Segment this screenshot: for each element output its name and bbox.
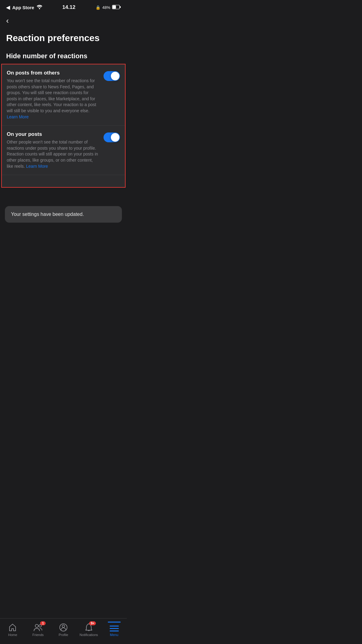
battery-icon	[112, 5, 121, 10]
setting-title-your-posts: On your posts	[7, 131, 99, 137]
setting-text-your-posts: On your posts Other people won't see the…	[7, 131, 99, 169]
status-right: 🔒 48%	[96, 5, 121, 10]
setting-row-posts-from-others: On posts from others You won't see the t…	[2, 64, 125, 125]
toggle-posts-from-others[interactable]	[104, 71, 120, 81]
carrier-label: App Store	[12, 5, 34, 10]
toast-notification: Your settings have been updated.	[5, 206, 122, 223]
lock-icon: 🔒	[96, 5, 100, 10]
svg-rect-3	[113, 5, 116, 9]
section-header: Hide number of reactions	[0, 46, 127, 64]
setting-text-posts-from-others: On posts from others You won't see the t…	[7, 70, 99, 120]
svg-rect-2	[120, 6, 121, 8]
battery-percentage: 48%	[102, 5, 110, 10]
back-chevron-icon: ‹	[6, 16, 9, 25]
setting-title-posts-from-others: On posts from others	[7, 70, 99, 76]
svg-point-0	[39, 8, 40, 9]
learn-more-link-yours[interactable]: Learn More	[26, 164, 48, 169]
learn-more-link-others[interactable]: Learn More	[7, 114, 29, 119]
page-title: Reaction preferences	[0, 28, 127, 46]
wifi-icon	[37, 5, 42, 10]
status-time: 14.12	[62, 4, 76, 10]
toast-text: Your settings have been updated.	[11, 212, 84, 217]
back-button[interactable]: ‹	[0, 13, 127, 28]
toggle-your-posts[interactable]	[104, 132, 120, 142]
setting-description-your-posts: Other people won't see the total number …	[7, 139, 99, 169]
status-left: ◀ App Store	[6, 5, 42, 10]
status-bar: ◀ App Store 14.12 🔒 48%	[0, 0, 127, 13]
setting-description-posts-from-others: You won't see the total number of reacti…	[7, 78, 99, 120]
setting-row-your-posts: On your posts Other people won't see the…	[2, 125, 125, 175]
settings-container: On posts from others You won't see the t…	[1, 64, 126, 188]
setting-row-empty	[2, 175, 125, 187]
back-arrow-icon: ◀	[6, 5, 10, 10]
